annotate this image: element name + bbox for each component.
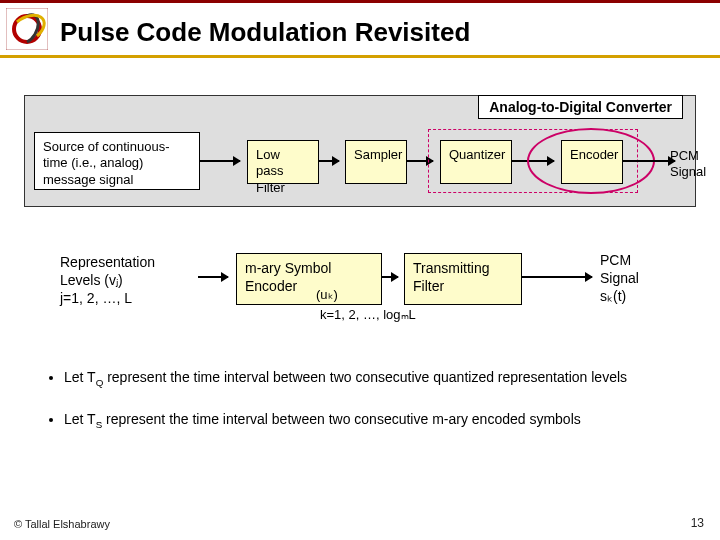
encoder-block: Encoder bbox=[561, 140, 623, 184]
sampler-block: Sampler bbox=[345, 140, 407, 184]
rep-line2: Levels (vⱼ) bbox=[60, 272, 123, 288]
arrow-icon bbox=[200, 160, 240, 162]
pcm-signal-output-label: PCM Signal sₖ(t) bbox=[600, 251, 639, 306]
arrow-icon bbox=[522, 276, 592, 278]
adc-panel: Analog-to-Digital Converter Source of co… bbox=[24, 95, 696, 207]
bullet-ts: Let TS represent the time interval betwe… bbox=[64, 410, 696, 432]
slide-header: Pulse Code Modulation Revisited bbox=[0, 0, 720, 58]
footer-page-number: 13 bbox=[691, 516, 704, 530]
pcm2-l2: Signal bbox=[600, 270, 639, 286]
arrow-icon bbox=[198, 276, 228, 278]
arrow-icon bbox=[382, 276, 398, 278]
arrow-icon bbox=[319, 160, 339, 162]
adc-label: Analog-to-Digital Converter bbox=[478, 95, 683, 119]
arrow-icon bbox=[623, 160, 675, 162]
footer-copyright: © Tallal Elshabrawy bbox=[14, 518, 110, 530]
pcm2-l1: PCM bbox=[600, 252, 631, 268]
source-block: Source of continuous-time (i.e., analog)… bbox=[34, 132, 200, 190]
rep-line1: Representation bbox=[60, 254, 155, 270]
k-range-label: k=1, 2, …, logₘL bbox=[320, 307, 416, 322]
representation-levels-label: Representation Levels (vⱼ) j=1, 2, …, L bbox=[60, 253, 210, 308]
slide-title: Pulse Code Modulation Revisited bbox=[60, 17, 470, 48]
mary-encoder-block: m-ary Symbol Encoder bbox=[236, 253, 382, 305]
pcm2-l3: sₖ(t) bbox=[600, 288, 626, 304]
lpf-block: Low pass Filter bbox=[247, 140, 319, 184]
rep-line3: j=1, 2, …, L bbox=[60, 290, 132, 306]
header-underline bbox=[0, 55, 720, 58]
uk-label: (uₖ) bbox=[316, 287, 338, 302]
logo-icon bbox=[6, 8, 48, 50]
bullet-tq: Let TQ represent the time interval betwe… bbox=[64, 368, 696, 390]
transmitting-filter-block: Transmitting Filter bbox=[404, 253, 522, 305]
pcm-signal-label: PCM Signal bbox=[670, 148, 718, 179]
bullet-list: Let TQ represent the time interval betwe… bbox=[24, 368, 696, 451]
quantizer-block: Quantizer bbox=[440, 140, 512, 184]
